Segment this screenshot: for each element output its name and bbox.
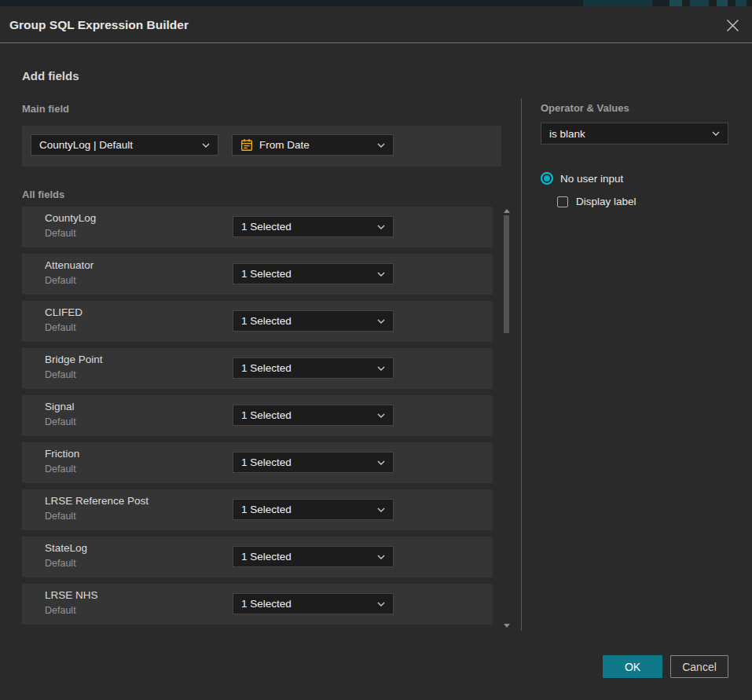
operator-dropdown[interactable]: is blank [541, 123, 728, 145]
field-row: StateLog Default 1 Selected [22, 537, 493, 577]
field-selected-dropdown[interactable]: 1 Selected [233, 593, 394, 614]
field-row: Attenuator Default 1 Selected [22, 254, 493, 295]
no-user-input-radio[interactable]: No user input [541, 172, 623, 185]
field-default-label: Default [45, 275, 76, 286]
chevron-down-icon [377, 508, 385, 512]
field-selected-dropdown[interactable]: 1 Selected [233, 263, 394, 284]
background-toolbar-fragment [690, 0, 709, 6]
dialog-header: Group SQL Expression Builder [0, 6, 752, 43]
chevron-down-icon [202, 143, 210, 148]
field-row: CountyLog Default 1 Selected [22, 207, 493, 247]
chevron-down-icon [377, 460, 385, 465]
field-name: Signal [45, 401, 75, 412]
main-field-date-value: From Date [259, 139, 377, 151]
display-label-checkbox[interactable]: Display label [557, 196, 636, 207]
all-fields-list: CountyLog Default 1 Selected Attenuator … [22, 207, 493, 631]
field-default-label: Default [45, 605, 76, 616]
field-selected-value: 1 Selected [241, 598, 377, 610]
scrollbar-thumb[interactable] [504, 215, 509, 333]
field-selected-dropdown[interactable]: 1 Selected [233, 499, 394, 520]
field-name: CLIFED [45, 306, 83, 318]
field-default-label: Default [45, 322, 76, 333]
calendar-icon [240, 138, 253, 152]
field-selected-value: 1 Selected [241, 315, 377, 327]
field-row: CLIFED Default 1 Selected [22, 301, 493, 342]
background-toolbar-fragment [669, 0, 682, 6]
chevron-down-icon [377, 413, 385, 418]
main-field-source-dropdown[interactable]: CountyLog | Default [31, 134, 218, 156]
main-field-date-dropdown[interactable]: From Date [232, 134, 394, 156]
close-icon [726, 19, 739, 32]
main-field-panel: CountyLog | Default From Date [22, 126, 501, 167]
field-selected-value: 1 Selected [241, 504, 377, 515]
background-toolbar-fragment [717, 0, 728, 6]
ok-button[interactable]: OK [603, 655, 662, 678]
field-default-label: Default [45, 228, 76, 239]
field-default-label: Default [45, 416, 76, 427]
field-selected-value: 1 Selected [241, 409, 377, 421]
field-row: Friction Default 1 Selected [22, 442, 493, 483]
no-user-input-label: No user input [560, 173, 623, 185]
field-selected-value: 1 Selected [241, 551, 377, 563]
chevron-down-icon [712, 131, 720, 136]
field-selected-value: 1 Selected [241, 362, 377, 374]
checkbox-icon [557, 196, 568, 207]
field-name: LRSE Reference Post [45, 495, 149, 507]
field-selected-value: 1 Selected [241, 456, 377, 468]
chevron-down-icon [377, 319, 385, 324]
chevron-down-icon [377, 143, 385, 148]
dialog-title: Group SQL Expression Builder [9, 6, 189, 43]
field-selected-dropdown[interactable]: 1 Selected [233, 310, 394, 332]
radio-icon [541, 172, 553, 185]
scrollbar-up-arrow-icon[interactable] [504, 209, 510, 213]
field-name: Bridge Point [45, 354, 103, 365]
scrollbar-down-arrow-icon[interactable] [504, 624, 510, 628]
field-name: Friction [45, 448, 79, 460]
field-row: Signal Default 1 Selected [22, 395, 493, 436]
field-name: Attenuator [45, 259, 94, 271]
operator-value: is blank [549, 128, 712, 140]
field-default-label: Default [45, 558, 76, 569]
field-selected-dropdown[interactable]: 1 Selected [233, 452, 394, 473]
field-selected-dropdown[interactable]: 1 Selected [233, 405, 394, 426]
chevron-down-icon [377, 225, 385, 229]
field-selected-dropdown[interactable]: 1 Selected [233, 546, 394, 567]
field-default-label: Default [45, 511, 76, 522]
field-row: LRSE NHS Default 1 Selected [22, 584, 493, 625]
background-toolbar-fragment [735, 0, 746, 6]
field-name: CountyLog [45, 212, 96, 224]
sql-expression-builder-dialog: Group SQL Expression Builder Add fields … [0, 6, 752, 700]
chevron-down-icon [377, 555, 385, 559]
background-live-view-fragment [583, 0, 652, 6]
chevron-down-icon [377, 272, 385, 277]
all-fields-label: All fields [22, 189, 64, 200]
main-field-source-value: CountyLog | Default [39, 139, 202, 151]
close-button[interactable] [723, 16, 742, 35]
field-row: LRSE Reference Post Default 1 Selected [22, 489, 493, 530]
chevron-down-icon [377, 366, 385, 371]
chevron-down-icon [377, 602, 385, 607]
field-default-label: Default [45, 369, 76, 380]
panel-divider [521, 98, 522, 631]
field-name: LRSE NHS [45, 589, 98, 601]
background-app-strip [0, 0, 752, 6]
field-selected-dropdown[interactable]: 1 Selected [233, 216, 394, 237]
field-selected-value: 1 Selected [241, 268, 377, 280]
add-fields-heading: Add fields [22, 69, 79, 82]
field-row: Bridge Point Default 1 Selected [22, 348, 493, 389]
field-selected-value: 1 Selected [241, 221, 377, 233]
radio-dot [544, 175, 550, 181]
field-selected-dropdown[interactable]: 1 Selected [233, 357, 394, 379]
display-label-text: Display label [576, 196, 636, 207]
cancel-button[interactable]: Cancel [670, 655, 728, 678]
main-field-label: Main field [22, 103, 69, 115]
field-name: StateLog [45, 542, 87, 554]
operator-values-label: Operator & Values [541, 102, 629, 114]
field-default-label: Default [45, 464, 76, 475]
